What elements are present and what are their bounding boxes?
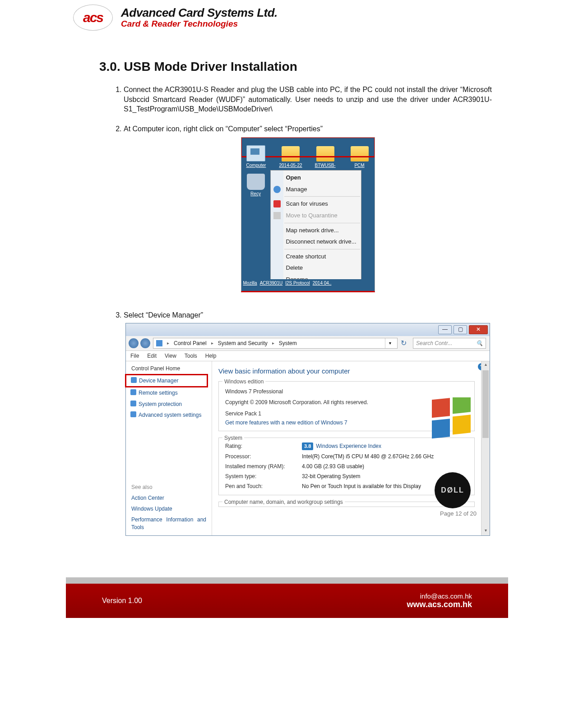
svg-rect-0 [432,398,450,418]
footer-version: Version 1.00 [102,597,142,605]
left-pane: Control Panel Home Device Manager Remote… [126,361,212,535]
search-icon: 🔍 [476,340,483,347]
page-header: acs Advanced Card Systems Ltd. Card & Re… [66,0,508,31]
action-center-link[interactable]: Action Center [126,493,212,503]
taskbar: Mozilla ACR3901U I2S Protocol 2014 04.. [241,279,375,291]
shield-icon [131,377,137,383]
section-title: 3.0. USB Mode Driver Installation [66,31,508,78]
search-input[interactable]: Search Contr...🔍 [413,338,486,349]
step-list: Connect the ACR3901U-S Reader and plug t… [66,85,508,546]
experience-index-link[interactable]: 3.8Windows Experience Index [302,442,468,450]
antivirus-icon [273,212,281,219]
menu-disconnect-drive[interactable]: Disconnect network drive... [271,236,361,248]
nav-back-button[interactable] [129,338,139,348]
see-also-header: See also [126,484,212,493]
menu-bar: File Edit View Tools Help [126,351,490,361]
control-panel-home-link[interactable]: Control Panel Home [126,365,212,374]
address-bar[interactable]: ▸Control Panel ▸System and Security ▸Sys… [153,338,398,349]
menu-move-quarantine: Move to Quarantine [271,210,361,221]
windows-update-link[interactable]: Windows Update [126,503,212,514]
performance-info-link[interactable]: Performance Information and Tools [126,514,212,532]
refresh-button[interactable]: ↻ [398,338,409,348]
folder-icon[interactable] [282,146,300,161]
menu-help[interactable]: Help [205,352,217,359]
computer-small-icon [156,340,162,346]
nav-forward-button[interactable] [140,338,150,348]
step-1: Connect the ACR3901U-S Reader and plug t… [124,85,492,124]
screenshot-system-window: — ▢ ✕ ▸Control Panel ▸System and Securit… [125,323,490,536]
scrollbar[interactable]: ▴▾ [481,361,490,535]
footer-email: info@acs.com.hk [407,592,472,600]
menu-scan-viruses[interactable]: Scan for viruses [271,198,361,210]
footer-website: www.acs.com.hk [407,600,472,609]
brand-title: Advanced Card Systems Ltd. [121,6,278,19]
folder-icon[interactable] [351,146,369,161]
shield-icon [130,401,136,406]
remote-settings-link[interactable]: Remote settings [126,387,212,398]
step-3: Select “Device Manager” — ▢ ✕ [124,310,492,546]
antivirus-icon [273,200,281,207]
shield-icon [130,389,136,395]
svg-rect-2 [432,419,450,438]
window-close-button[interactable]: ✕ [469,325,488,334]
system-protection-link[interactable]: System protection [126,399,212,410]
menu-edit[interactable]: Edit [147,352,157,359]
menu-delete[interactable]: Delete [271,262,361,274]
computer-icon[interactable] [246,145,265,161]
logo-text: acs [83,10,103,25]
svg-rect-1 [453,397,471,414]
shield-icon [130,411,136,417]
page-number: Page 12 of 20 [440,510,477,517]
menu-view[interactable]: View [165,352,176,359]
menu-tools[interactable]: Tools [185,352,197,359]
menu-manage[interactable]: Manage [271,184,361,195]
chevron-down-icon[interactable]: ▾ [385,338,394,348]
windows-logo [429,397,474,442]
recycle-bin-icon[interactable] [247,174,265,190]
acs-logo: acs [73,5,113,31]
window-maximize-button[interactable]: ▢ [454,325,467,334]
advanced-settings-link[interactable]: Advanced system settings [126,410,212,420]
brand-subtitle: Card & Reader Technologies [121,19,278,29]
dell-logo: DØLL [435,472,471,508]
svg-rect-3 [453,415,471,434]
menu-create-shortcut[interactable]: Create shortcut [271,251,361,263]
folder-icon[interactable] [316,146,334,161]
context-menu: Open Manage Scan for viruses Move to Qua… [270,170,361,292]
step-2: At Computer icon, right click on “Comput… [124,124,492,311]
shield-icon [273,186,281,193]
main-pane: View basic information about your comput… [212,361,481,535]
menu-map-drive[interactable]: Map network drive... [271,225,361,236]
menu-open[interactable]: Open [271,172,361,184]
window-minimize-button[interactable]: — [438,325,452,334]
device-manager-link[interactable]: Device Manager [126,375,207,386]
screenshot-context-menu: Computer 2014-05-22 BTWUSB- PCM Recy Ope… [241,137,375,292]
page-footer: Version 1.00 info@acs.com.hk www.acs.com… [66,577,508,618]
menu-file[interactable]: File [130,352,139,359]
